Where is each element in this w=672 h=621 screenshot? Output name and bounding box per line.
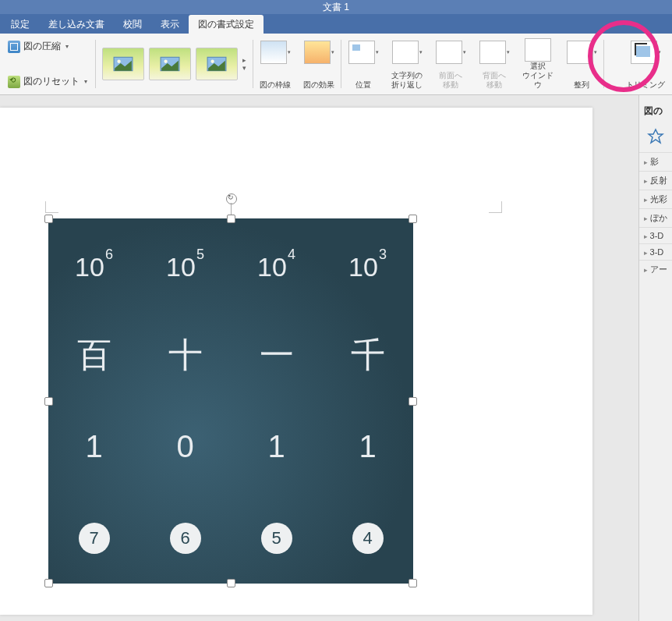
pic-cell: 105 [140,218,231,310]
picture-style-gallery[interactable]: ▸▾ [96,37,253,91]
crop-icon [631,41,657,64]
pic-cell: 6 [140,492,231,584]
pic-cell: 1 [322,401,413,492]
pane-item-blur[interactable]: ぼか [639,208,672,227]
pane-item-3d-2[interactable]: 3-D [639,243,672,260]
pic-cell: 百 [48,310,140,401]
selection-pane-icon [525,38,551,62]
tab-review[interactable]: 校閲 [114,15,151,34]
tab-mailings[interactable]: 差し込み文書 [39,15,114,34]
style-thumb-2[interactable] [149,48,191,80]
tab-view[interactable]: 表示 [151,15,189,34]
chevron-down-icon: ▾ [65,43,69,50]
resize-handle-bl[interactable] [44,579,53,587]
pane-item-shadow[interactable]: 影 [639,152,672,171]
bring-forward-label: 前面へ 移動 [439,71,462,90]
pane-item-art[interactable]: アー [639,260,672,279]
svg-point-3 [164,60,167,63]
effect-icon [304,41,331,64]
resize-handle-br[interactable] [409,579,417,587]
margin-corner-tr [489,201,502,213]
bring-forward-button: ▾ 前面へ 移動 [429,37,472,91]
pic-cell: 1 [231,401,322,492]
resize-handle-tr[interactable] [409,215,417,223]
pic-cell: 104 [231,218,322,310]
selected-picture[interactable]: 106 105 104 103 百 十 一 千 1 0 1 1 7 6 5 4 [48,218,413,584]
selection-pane-label: 選択 ウインドウ [521,62,555,90]
margin-corner-tl [45,201,58,213]
document-page[interactable]: 106 105 104 103 百 十 一 千 1 0 1 1 7 6 5 4 [0,108,592,615]
compress-icon [8,41,20,53]
resize-handle-ml[interactable] [44,397,53,406]
pic-cell: 7 [48,492,140,584]
pic-cell: 106 [48,218,140,310]
pic-cell: 4 [322,492,413,584]
border-label: 図の枠線 [260,80,291,90]
send-backward-icon [479,41,506,64]
gallery-more-button[interactable]: ▸▾ [242,56,246,72]
resize-handle-bm[interactable] [227,579,235,587]
svg-point-1 [117,60,120,63]
resize-handle-tm[interactable] [227,215,235,223]
format-side-panel: 図の 影 反射 光彩 ぼか 3-D 3-D アー [638,95,672,621]
resize-handle-tl[interactable] [44,215,53,223]
title-bar: 文書 1 [0,0,672,14]
wrap-label: 文字列の 折り返し [391,71,423,90]
picture-content: 106 105 104 103 百 十 一 千 1 0 1 1 7 6 5 4 [48,218,413,584]
pic-cell: 千 [322,310,413,401]
crop-button[interactable]: ▾ トリミング [619,37,672,91]
pic-cell: 一 [231,310,322,401]
resize-handle-mr[interactable] [409,397,417,406]
pic-cell: 5 [231,492,322,584]
pane-item-glow[interactable]: 光彩 [639,190,672,208]
compress-picture-button[interactable]: 図の圧縮 ▾ [5,38,90,55]
rotate-handle-line [231,203,232,215]
pic-cell: 103 [322,218,413,310]
svg-point-5 [210,60,214,63]
side-panel-header: 図の [639,101,672,121]
selection-pane-button[interactable]: 選択 ウインドウ [516,37,560,91]
reset-picture-button[interactable]: 図のリセット ▾ [5,73,90,90]
send-backward-button: ▾ 背面へ 移動 [472,37,516,91]
tab-design[interactable]: 設定 [2,15,39,34]
border-icon [260,41,287,64]
align-icon [567,41,593,64]
bring-forward-icon [436,41,462,64]
position-icon [348,41,375,64]
picture-effect-button[interactable]: ▾ 図の効果 [297,37,341,91]
pane-item-3d-1[interactable]: 3-D [639,227,672,243]
svg-marker-6 [649,130,663,143]
work-area: 106 105 104 103 百 十 一 千 1 0 1 1 7 6 5 4 [0,95,672,621]
style-thumb-1[interactable] [102,48,144,80]
tab-picture-format[interactable]: 図の書式設定 [189,15,263,34]
compress-label: 図の圧縮 [23,40,61,53]
effect-label: 図の効果 [303,80,334,90]
ribbon-tabs: 設定 差し込み文書 校閲 表示 図の書式設定 [0,14,672,34]
chevron-down-icon: ▾ [84,78,87,85]
pane-item-reflection[interactable]: 反射 [639,171,672,190]
wrap-icon [392,41,419,64]
effects-tab-icon[interactable] [647,128,664,145]
reset-icon [8,76,20,88]
style-thumb-3[interactable] [196,48,238,80]
position-button[interactable]: ▾ 位置 [341,37,385,91]
align-label: 整列 [574,80,589,90]
ribbon: 図の圧縮 ▾ 図のリセット ▾ ▸▾ ▾ 図の枠線 ▾ 図の効果 ▾ 位置 ▾ … [0,34,672,95]
text-wrap-button[interactable]: ▾ 文字列の 折り返し [385,37,429,91]
send-backward-label: 背面へ 移動 [483,71,506,90]
pic-cell: 十 [140,310,231,401]
crop-label: トリミング [626,80,665,90]
pic-cell: 0 [140,401,231,492]
align-button[interactable]: ▾ 整列 [560,37,603,91]
picture-border-button[interactable]: ▾ 図の枠線 [253,37,297,91]
pic-cell: 1 [48,401,140,492]
rotate-handle[interactable] [226,193,237,204]
position-label: 位置 [355,80,371,90]
reset-label: 図のリセット [23,75,80,88]
